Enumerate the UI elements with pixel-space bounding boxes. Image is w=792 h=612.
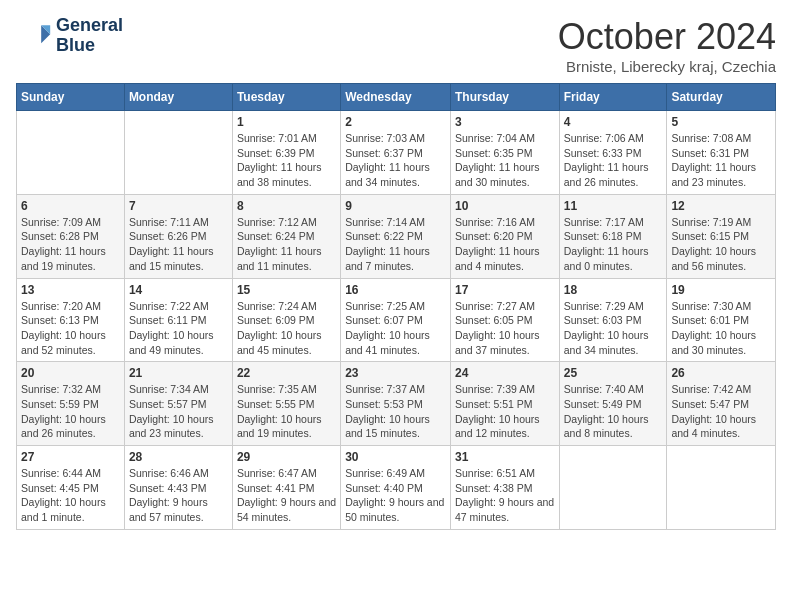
calendar-cell: [559, 446, 667, 530]
calendar-cell: 11Sunrise: 7:17 AM Sunset: 6:18 PM Dayli…: [559, 194, 667, 278]
day-number: 30: [345, 450, 446, 464]
day-detail: Sunrise: 6:51 AM Sunset: 4:38 PM Dayligh…: [455, 466, 555, 525]
calendar-week-row: 20Sunrise: 7:32 AM Sunset: 5:59 PM Dayli…: [17, 362, 776, 446]
day-detail: Sunrise: 7:27 AM Sunset: 6:05 PM Dayligh…: [455, 299, 555, 358]
calendar-cell: 2Sunrise: 7:03 AM Sunset: 6:37 PM Daylig…: [341, 111, 451, 195]
weekday-header: Wednesday: [341, 84, 451, 111]
calendar-cell: 30Sunrise: 6:49 AM Sunset: 4:40 PM Dayli…: [341, 446, 451, 530]
day-detail: Sunrise: 7:42 AM Sunset: 5:47 PM Dayligh…: [671, 382, 771, 441]
day-number: 24: [455, 366, 555, 380]
day-number: 19: [671, 283, 771, 297]
day-number: 25: [564, 366, 663, 380]
day-detail: Sunrise: 7:35 AM Sunset: 5:55 PM Dayligh…: [237, 382, 336, 441]
calendar-week-row: 13Sunrise: 7:20 AM Sunset: 6:13 PM Dayli…: [17, 278, 776, 362]
logo-icon: [16, 18, 52, 54]
day-detail: Sunrise: 7:34 AM Sunset: 5:57 PM Dayligh…: [129, 382, 228, 441]
day-detail: Sunrise: 6:47 AM Sunset: 4:41 PM Dayligh…: [237, 466, 336, 525]
day-detail: Sunrise: 7:24 AM Sunset: 6:09 PM Dayligh…: [237, 299, 336, 358]
calendar-cell: [667, 446, 776, 530]
day-number: 6: [21, 199, 120, 213]
calendar-cell: 6Sunrise: 7:09 AM Sunset: 6:28 PM Daylig…: [17, 194, 125, 278]
day-number: 18: [564, 283, 663, 297]
calendar-cell: 14Sunrise: 7:22 AM Sunset: 6:11 PM Dayli…: [124, 278, 232, 362]
calendar-week-row: 1Sunrise: 7:01 AM Sunset: 6:39 PM Daylig…: [17, 111, 776, 195]
day-detail: Sunrise: 7:14 AM Sunset: 6:22 PM Dayligh…: [345, 215, 446, 274]
calendar-body: 1Sunrise: 7:01 AM Sunset: 6:39 PM Daylig…: [17, 111, 776, 530]
calendar-cell: 5Sunrise: 7:08 AM Sunset: 6:31 PM Daylig…: [667, 111, 776, 195]
calendar-cell: 8Sunrise: 7:12 AM Sunset: 6:24 PM Daylig…: [232, 194, 340, 278]
day-number: 3: [455, 115, 555, 129]
calendar-cell: [17, 111, 125, 195]
day-detail: Sunrise: 7:12 AM Sunset: 6:24 PM Dayligh…: [237, 215, 336, 274]
calendar-cell: 18Sunrise: 7:29 AM Sunset: 6:03 PM Dayli…: [559, 278, 667, 362]
day-number: 8: [237, 199, 336, 213]
day-number: 14: [129, 283, 228, 297]
weekday-header: Thursday: [450, 84, 559, 111]
day-number: 2: [345, 115, 446, 129]
calendar-cell: 13Sunrise: 7:20 AM Sunset: 6:13 PM Dayli…: [17, 278, 125, 362]
day-number: 31: [455, 450, 555, 464]
calendar-cell: 9Sunrise: 7:14 AM Sunset: 6:22 PM Daylig…: [341, 194, 451, 278]
calendar-cell: 19Sunrise: 7:30 AM Sunset: 6:01 PM Dayli…: [667, 278, 776, 362]
day-detail: Sunrise: 7:09 AM Sunset: 6:28 PM Dayligh…: [21, 215, 120, 274]
calendar-cell: 29Sunrise: 6:47 AM Sunset: 4:41 PM Dayli…: [232, 446, 340, 530]
month-title: October 2024: [558, 16, 776, 58]
day-number: 12: [671, 199, 771, 213]
day-detail: Sunrise: 7:19 AM Sunset: 6:15 PM Dayligh…: [671, 215, 771, 274]
day-detail: Sunrise: 7:04 AM Sunset: 6:35 PM Dayligh…: [455, 131, 555, 190]
day-detail: Sunrise: 6:49 AM Sunset: 4:40 PM Dayligh…: [345, 466, 446, 525]
calendar-cell: 23Sunrise: 7:37 AM Sunset: 5:53 PM Dayli…: [341, 362, 451, 446]
calendar-cell: 17Sunrise: 7:27 AM Sunset: 6:05 PM Dayli…: [450, 278, 559, 362]
day-detail: Sunrise: 7:20 AM Sunset: 6:13 PM Dayligh…: [21, 299, 120, 358]
day-number: 10: [455, 199, 555, 213]
calendar-cell: 21Sunrise: 7:34 AM Sunset: 5:57 PM Dayli…: [124, 362, 232, 446]
day-number: 9: [345, 199, 446, 213]
weekday-header: Friday: [559, 84, 667, 111]
day-detail: Sunrise: 7:06 AM Sunset: 6:33 PM Dayligh…: [564, 131, 663, 190]
day-detail: Sunrise: 7:03 AM Sunset: 6:37 PM Dayligh…: [345, 131, 446, 190]
weekday-header: Tuesday: [232, 84, 340, 111]
calendar-cell: 1Sunrise: 7:01 AM Sunset: 6:39 PM Daylig…: [232, 111, 340, 195]
day-number: 4: [564, 115, 663, 129]
day-number: 28: [129, 450, 228, 464]
calendar-cell: 31Sunrise: 6:51 AM Sunset: 4:38 PM Dayli…: [450, 446, 559, 530]
calendar-table: SundayMondayTuesdayWednesdayThursdayFrid…: [16, 83, 776, 530]
day-number: 5: [671, 115, 771, 129]
day-detail: Sunrise: 7:01 AM Sunset: 6:39 PM Dayligh…: [237, 131, 336, 190]
day-detail: Sunrise: 6:46 AM Sunset: 4:43 PM Dayligh…: [129, 466, 228, 525]
calendar-cell: 15Sunrise: 7:24 AM Sunset: 6:09 PM Dayli…: [232, 278, 340, 362]
calendar-cell: 28Sunrise: 6:46 AM Sunset: 4:43 PM Dayli…: [124, 446, 232, 530]
day-number: 17: [455, 283, 555, 297]
day-detail: Sunrise: 7:30 AM Sunset: 6:01 PM Dayligh…: [671, 299, 771, 358]
weekday-header: Saturday: [667, 84, 776, 111]
day-number: 20: [21, 366, 120, 380]
day-detail: Sunrise: 7:22 AM Sunset: 6:11 PM Dayligh…: [129, 299, 228, 358]
calendar-header: SundayMondayTuesdayWednesdayThursdayFrid…: [17, 84, 776, 111]
calendar-cell: 4Sunrise: 7:06 AM Sunset: 6:33 PM Daylig…: [559, 111, 667, 195]
weekday-header: Sunday: [17, 84, 125, 111]
logo-text: General Blue: [56, 16, 123, 56]
day-detail: Sunrise: 7:11 AM Sunset: 6:26 PM Dayligh…: [129, 215, 228, 274]
calendar-cell: 20Sunrise: 7:32 AM Sunset: 5:59 PM Dayli…: [17, 362, 125, 446]
day-detail: Sunrise: 7:17 AM Sunset: 6:18 PM Dayligh…: [564, 215, 663, 274]
day-number: 7: [129, 199, 228, 213]
day-number: 21: [129, 366, 228, 380]
calendar-cell: 24Sunrise: 7:39 AM Sunset: 5:51 PM Dayli…: [450, 362, 559, 446]
day-detail: Sunrise: 7:40 AM Sunset: 5:49 PM Dayligh…: [564, 382, 663, 441]
calendar-cell: 27Sunrise: 6:44 AM Sunset: 4:45 PM Dayli…: [17, 446, 125, 530]
day-detail: Sunrise: 7:37 AM Sunset: 5:53 PM Dayligh…: [345, 382, 446, 441]
day-number: 16: [345, 283, 446, 297]
day-detail: Sunrise: 7:29 AM Sunset: 6:03 PM Dayligh…: [564, 299, 663, 358]
logo: General Blue: [16, 16, 123, 56]
day-detail: Sunrise: 6:44 AM Sunset: 4:45 PM Dayligh…: [21, 466, 120, 525]
day-detail: Sunrise: 7:08 AM Sunset: 6:31 PM Dayligh…: [671, 131, 771, 190]
header: General Blue October 2024 Brniste, Liber…: [16, 16, 776, 75]
day-number: 23: [345, 366, 446, 380]
calendar-cell: 12Sunrise: 7:19 AM Sunset: 6:15 PM Dayli…: [667, 194, 776, 278]
calendar-cell: 22Sunrise: 7:35 AM Sunset: 5:55 PM Dayli…: [232, 362, 340, 446]
day-detail: Sunrise: 7:25 AM Sunset: 6:07 PM Dayligh…: [345, 299, 446, 358]
day-number: 26: [671, 366, 771, 380]
location-subtitle: Brniste, Liberecky kraj, Czechia: [558, 58, 776, 75]
day-number: 13: [21, 283, 120, 297]
weekday-header: Monday: [124, 84, 232, 111]
